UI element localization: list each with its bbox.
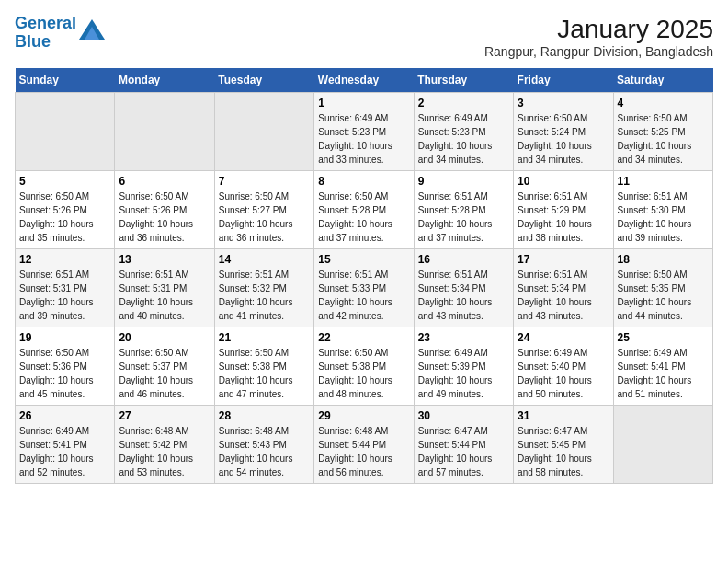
weekday-header: Monday	[115, 68, 214, 93]
day-number: 12	[19, 253, 110, 266]
day-info: Sunrise: 6:51 AM Sunset: 5:33 PM Dayligh…	[318, 268, 409, 323]
calendar-week-row: 19Sunrise: 6:50 AM Sunset: 5:36 PM Dayli…	[16, 327, 713, 406]
calendar-cell: 24Sunrise: 6:49 AM Sunset: 5:40 PM Dayli…	[514, 327, 613, 406]
day-info: Sunrise: 6:51 AM Sunset: 5:32 PM Dayligh…	[219, 268, 310, 323]
day-number: 13	[119, 253, 210, 266]
day-number: 3	[518, 97, 609, 109]
calendar-cell: 20Sunrise: 6:50 AM Sunset: 5:37 PM Dayli…	[115, 327, 214, 406]
day-info: Sunrise: 6:49 AM Sunset: 5:40 PM Dayligh…	[518, 346, 609, 401]
day-info: Sunrise: 6:51 AM Sunset: 5:29 PM Dayligh…	[518, 190, 609, 245]
logo-icon	[79, 19, 105, 40]
calendar-cell: 21Sunrise: 6:50 AM Sunset: 5:38 PM Dayli…	[214, 327, 313, 406]
day-number: 17	[518, 253, 609, 266]
day-number: 4	[618, 97, 709, 109]
day-number: 15	[318, 253, 409, 266]
logo-text: General Blue	[15, 15, 76, 52]
calendar-cell: 1Sunrise: 6:49 AM Sunset: 5:23 PM Daylig…	[314, 93, 414, 171]
day-info: Sunrise: 6:49 AM Sunset: 5:23 PM Dayligh…	[318, 111, 409, 167]
calendar-cell: 22Sunrise: 6:50 AM Sunset: 5:38 PM Dayli…	[314, 327, 414, 406]
page-header: General Blue January 2025 Rangpur, Rangp…	[15, 15, 713, 59]
title-block: January 2025 Rangpur, Rangpur Division, …	[484, 15, 713, 59]
day-info: Sunrise: 6:50 AM Sunset: 5:38 PM Dayligh…	[318, 346, 409, 401]
day-info: Sunrise: 6:50 AM Sunset: 5:38 PM Dayligh…	[219, 346, 310, 401]
day-number: 27	[119, 409, 210, 422]
day-number: 31	[518, 409, 609, 422]
day-info: Sunrise: 6:51 AM Sunset: 5:28 PM Dayligh…	[418, 190, 509, 245]
weekday-header: Tuesday	[214, 68, 313, 93]
day-info: Sunrise: 6:48 AM Sunset: 5:43 PM Dayligh…	[219, 424, 310, 479]
day-number: 18	[618, 253, 709, 266]
day-info: Sunrise: 6:50 AM Sunset: 5:24 PM Dayligh…	[518, 111, 609, 167]
calendar-week-row: 12Sunrise: 6:51 AM Sunset: 5:31 PM Dayli…	[16, 249, 713, 327]
day-number: 1	[318, 97, 409, 109]
day-number: 23	[418, 331, 509, 344]
calendar-cell: 7Sunrise: 6:50 AM Sunset: 5:27 PM Daylig…	[214, 171, 313, 249]
day-info: Sunrise: 6:50 AM Sunset: 5:28 PM Dayligh…	[318, 190, 409, 245]
day-info: Sunrise: 6:50 AM Sunset: 5:37 PM Dayligh…	[119, 346, 210, 401]
day-number: 2	[418, 97, 509, 109]
calendar-cell: 29Sunrise: 6:48 AM Sunset: 5:44 PM Dayli…	[314, 406, 414, 484]
day-info: Sunrise: 6:50 AM Sunset: 5:27 PM Dayligh…	[219, 190, 310, 245]
day-number: 19	[19, 331, 110, 344]
calendar-cell: 11Sunrise: 6:51 AM Sunset: 5:30 PM Dayli…	[613, 171, 712, 249]
calendar-cell: 16Sunrise: 6:51 AM Sunset: 5:34 PM Dayli…	[414, 249, 513, 327]
calendar-cell	[613, 406, 712, 484]
day-number: 16	[418, 253, 509, 266]
calendar-cell: 9Sunrise: 6:51 AM Sunset: 5:28 PM Daylig…	[414, 171, 513, 249]
calendar-cell: 25Sunrise: 6:49 AM Sunset: 5:41 PM Dayli…	[613, 327, 712, 406]
day-number: 30	[418, 409, 509, 422]
day-number: 6	[119, 175, 210, 188]
weekday-header: Wednesday	[314, 68, 414, 93]
day-number: 21	[219, 331, 310, 344]
day-info: Sunrise: 6:50 AM Sunset: 5:36 PM Dayligh…	[19, 346, 110, 401]
day-number: 22	[318, 331, 409, 344]
calendar-cell: 3Sunrise: 6:50 AM Sunset: 5:24 PM Daylig…	[514, 93, 613, 171]
calendar-cell: 27Sunrise: 6:48 AM Sunset: 5:42 PM Dayli…	[115, 406, 214, 484]
day-info: Sunrise: 6:49 AM Sunset: 5:41 PM Dayligh…	[618, 346, 709, 401]
day-number: 10	[518, 175, 609, 188]
day-info: Sunrise: 6:49 AM Sunset: 5:23 PM Dayligh…	[418, 111, 509, 167]
day-info: Sunrise: 6:50 AM Sunset: 5:26 PM Dayligh…	[19, 190, 110, 245]
calendar-cell: 12Sunrise: 6:51 AM Sunset: 5:31 PM Dayli…	[16, 249, 115, 327]
day-info: Sunrise: 6:48 AM Sunset: 5:44 PM Dayligh…	[318, 424, 409, 479]
weekday-header: Friday	[514, 68, 613, 93]
calendar-week-row: 1Sunrise: 6:49 AM Sunset: 5:23 PM Daylig…	[16, 93, 713, 171]
day-number: 5	[19, 175, 110, 188]
day-info: Sunrise: 6:51 AM Sunset: 5:31 PM Dayligh…	[119, 268, 210, 323]
calendar-cell: 28Sunrise: 6:48 AM Sunset: 5:43 PM Dayli…	[214, 406, 313, 484]
calendar-cell: 6Sunrise: 6:50 AM Sunset: 5:26 PM Daylig…	[115, 171, 214, 249]
calendar-cell: 26Sunrise: 6:49 AM Sunset: 5:41 PM Dayli…	[16, 406, 115, 484]
day-info: Sunrise: 6:49 AM Sunset: 5:41 PM Dayligh…	[19, 424, 110, 479]
calendar-cell	[115, 93, 214, 171]
calendar-cell: 23Sunrise: 6:49 AM Sunset: 5:39 PM Dayli…	[414, 327, 513, 406]
day-number: 24	[518, 331, 609, 344]
calendar-cell: 8Sunrise: 6:50 AM Sunset: 5:28 PM Daylig…	[314, 171, 414, 249]
day-number: 29	[318, 409, 409, 422]
calendar-cell: 2Sunrise: 6:49 AM Sunset: 5:23 PM Daylig…	[414, 93, 513, 171]
calendar-week-row: 5Sunrise: 6:50 AM Sunset: 5:26 PM Daylig…	[16, 171, 713, 249]
day-info: Sunrise: 6:47 AM Sunset: 5:44 PM Dayligh…	[418, 424, 509, 479]
day-number: 7	[219, 175, 310, 188]
calendar-cell	[214, 93, 313, 171]
calendar-cell: 10Sunrise: 6:51 AM Sunset: 5:29 PM Dayli…	[514, 171, 613, 249]
calendar-cell	[16, 93, 115, 171]
day-info: Sunrise: 6:51 AM Sunset: 5:34 PM Dayligh…	[518, 268, 609, 323]
calendar-cell: 4Sunrise: 6:50 AM Sunset: 5:25 PM Daylig…	[613, 93, 712, 171]
weekday-header-row: SundayMondayTuesdayWednesdayThursdayFrid…	[16, 68, 713, 93]
day-number: 8	[318, 175, 409, 188]
day-info: Sunrise: 6:49 AM Sunset: 5:39 PM Dayligh…	[418, 346, 509, 401]
calendar-cell: 19Sunrise: 6:50 AM Sunset: 5:36 PM Dayli…	[16, 327, 115, 406]
logo-line2: Blue	[15, 32, 51, 51]
day-number: 26	[19, 409, 110, 422]
day-info: Sunrise: 6:51 AM Sunset: 5:34 PM Dayligh…	[418, 268, 509, 323]
day-number: 11	[618, 175, 709, 188]
day-info: Sunrise: 6:47 AM Sunset: 5:45 PM Dayligh…	[518, 424, 609, 479]
calendar-cell: 31Sunrise: 6:47 AM Sunset: 5:45 PM Dayli…	[514, 406, 613, 484]
day-number: 28	[219, 409, 310, 422]
calendar-subtitle: Rangpur, Rangpur Division, Bangladesh	[484, 44, 713, 59]
logo-line1: General	[15, 14, 76, 32]
day-info: Sunrise: 6:50 AM Sunset: 5:35 PM Dayligh…	[618, 268, 709, 323]
weekday-header: Saturday	[613, 68, 712, 93]
calendar-cell: 5Sunrise: 6:50 AM Sunset: 5:26 PM Daylig…	[16, 171, 115, 249]
calendar-cell: 14Sunrise: 6:51 AM Sunset: 5:32 PM Dayli…	[214, 249, 313, 327]
